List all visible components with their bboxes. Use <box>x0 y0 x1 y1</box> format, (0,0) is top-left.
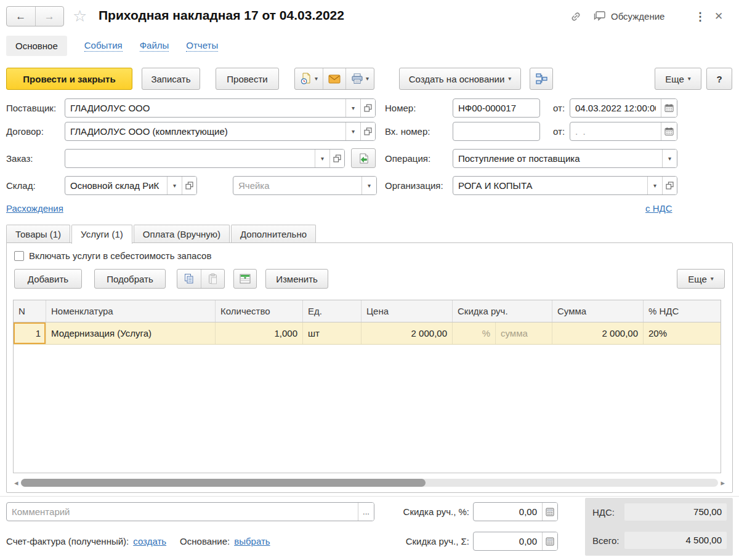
date-calendar-button[interactable] <box>661 99 677 117</box>
comment-expand-button[interactable]: ... <box>358 503 374 521</box>
discount-sum-calc-button[interactable] <box>542 532 557 550</box>
post-document-icon <box>300 73 312 85</box>
tab-events[interactable]: События <box>84 40 123 52</box>
cell-vat[interactable]: 20% <box>644 322 721 344</box>
order-open-button[interactable] <box>329 150 344 167</box>
more-actions-button[interactable]: Еще ▾ <box>655 68 701 90</box>
fill-by-order-button[interactable] <box>351 148 376 168</box>
scrollbar-track[interactable] <box>21 479 719 487</box>
supplier-open-button[interactable] <box>360 99 375 117</box>
cell-discount-pct[interactable]: % <box>453 322 496 344</box>
grand-total-row: Всего: 4 500,00 <box>592 532 727 549</box>
col-header-qty[interactable]: Количество <box>216 300 303 322</box>
invoice-create-link[interactable]: создать <box>133 536 166 546</box>
include-services-checkbox[interactable]: Включать услуги в себестоимость запасов <box>14 250 211 261</box>
with-vat-link[interactable]: с НДС <box>645 203 672 214</box>
create-based-on-button[interactable]: Создать на основании ▾ <box>399 68 521 90</box>
comment-input[interactable] <box>7 503 358 521</box>
discrepancies-link[interactable]: Расхождения <box>6 203 63 214</box>
paste-rows-button[interactable] <box>201 270 224 288</box>
discount-pct-calc-button[interactable] <box>542 503 557 521</box>
cell-dropdown-button[interactable]: ▾ <box>361 177 376 194</box>
close-icon: ✕ <box>714 10 723 23</box>
cell-unit[interactable]: шт <box>303 322 361 344</box>
tab-main[interactable]: Основное <box>6 36 67 56</box>
help-button[interactable]: ? <box>706 68 732 90</box>
warehouse-dropdown-button[interactable]: ▾ <box>167 177 182 194</box>
scroll-right-arrow[interactable]: ▸ <box>721 479 725 487</box>
open-link-icon <box>364 127 372 135</box>
invoice-line: Счет-фактура (полученный): создать Основ… <box>6 536 270 546</box>
contract-open-button[interactable] <box>360 122 375 140</box>
supplier-dropdown-button[interactable]: ▾ <box>345 99 360 117</box>
cell-qty[interactable]: 1,000 <box>216 322 303 344</box>
col-header-vat[interactable]: % НДС <box>644 300 721 322</box>
warehouse-open-button[interactable] <box>182 177 196 194</box>
scrollbar-thumb[interactable] <box>21 479 426 487</box>
tab-services[interactable]: Услуги (1) <box>71 225 132 244</box>
table-more-button[interactable]: Еще ▾ <box>677 269 725 289</box>
pick-items-button[interactable]: Подобрать <box>94 269 166 289</box>
col-header-sum[interactable]: Сумма <box>552 300 644 322</box>
tab-reports[interactable]: Отчеты <box>186 40 218 52</box>
copy-link-button[interactable] <box>569 10 583 23</box>
organization-open-button[interactable] <box>662 177 677 194</box>
row-settings-button[interactable] <box>233 269 257 289</box>
forward-button[interactable]: → <box>35 7 64 26</box>
table-row[interactable]: 1 Модернизация (Услуга) 1,000 шт 2 000,0… <box>14 322 721 345</box>
cell-price[interactable]: 2 000,00 <box>361 322 453 344</box>
scroll-left-arrow[interactable]: ◂ <box>14 479 18 487</box>
back-button[interactable]: ← <box>7 7 35 26</box>
col-header-unit[interactable]: Ед. <box>303 300 361 322</box>
copy-rows-button[interactable] <box>177 270 201 288</box>
contract-dropdown-button[interactable]: ▾ <box>345 122 360 140</box>
cell-input[interactable] <box>233 177 361 194</box>
edit-row-button[interactable]: Изменить <box>265 269 328 289</box>
operation-dropdown-button[interactable]: ▾ <box>662 150 677 167</box>
chevron-down-icon: ▾ <box>173 183 176 189</box>
incoming-date-input[interactable] <box>570 122 661 140</box>
warehouse-field: ▾ <box>65 176 197 195</box>
discussion-button[interactable]: Обсуждение <box>592 10 664 23</box>
send-email-button[interactable] <box>323 68 345 89</box>
tab-payment[interactable]: Оплата (Вручную) <box>134 225 230 243</box>
contract-input[interactable] <box>65 122 345 140</box>
more-menu-button[interactable]: ⋮ <box>695 10 706 23</box>
save-button[interactable]: Записать <box>142 68 200 90</box>
post-button[interactable]: Провести <box>216 68 279 90</box>
organization-input[interactable] <box>453 177 647 194</box>
favorite-star-icon[interactable]: ☆ <box>73 8 87 24</box>
print-button[interactable]: ▾ <box>345 68 374 89</box>
post-and-close-button[interactable]: Провести и закрыть <box>6 68 132 90</box>
warehouse-input[interactable] <box>65 177 167 194</box>
discussion-label: Обсуждение <box>611 11 664 22</box>
col-header-discount[interactable]: Скидка руч. <box>453 300 552 322</box>
post-document-button[interactable]: ▾ <box>295 68 323 89</box>
add-row-button[interactable]: Добавить <box>14 269 82 289</box>
supplier-input[interactable] <box>65 99 345 117</box>
tab-goods[interactable]: Товары (1) <box>6 225 70 243</box>
cell-discount-sum[interactable]: сумма <box>496 322 552 344</box>
incoming-number-input[interactable] <box>453 122 540 141</box>
related-documents-button[interactable] <box>530 68 553 90</box>
incoming-date-calendar-button[interactable] <box>661 122 677 140</box>
tab-additional[interactable]: Дополнительно <box>231 225 316 243</box>
cell-sum[interactable]: 2 000,00 <box>552 322 644 344</box>
operation-input[interactable] <box>453 150 662 167</box>
close-window-button[interactable]: ✕ <box>714 10 723 23</box>
date-input[interactable] <box>570 99 661 117</box>
col-header-n[interactable]: N <box>14 300 46 322</box>
col-header-nomenclature[interactable]: Номенклатура <box>46 300 216 322</box>
cell-nomenclature[interactable]: Модернизация (Услуга) <box>46 322 216 344</box>
cell-n[interactable]: 1 <box>14 322 46 344</box>
order-input[interactable] <box>65 150 315 167</box>
discount-pct-input[interactable] <box>474 503 542 521</box>
table-header-row: N Номенклатура Количество Ед. Цена Скидк… <box>14 300 721 322</box>
number-input[interactable] <box>453 98 540 118</box>
order-dropdown-button[interactable]: ▾ <box>315 150 329 167</box>
discount-sum-input[interactable] <box>474 532 542 550</box>
col-header-price[interactable]: Цена <box>361 300 453 322</box>
organization-dropdown-button[interactable]: ▾ <box>647 177 662 194</box>
tab-files[interactable]: Файлы <box>140 40 169 52</box>
basis-select-link[interactable]: выбрать <box>234 536 270 546</box>
